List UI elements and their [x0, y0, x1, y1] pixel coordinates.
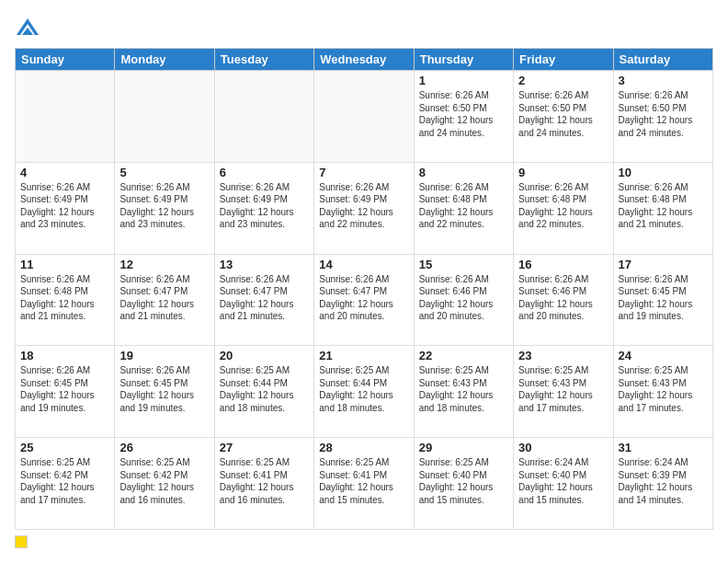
day-number: 15: [419, 258, 508, 271]
day-info: Sunrise: 6:26 AM Sunset: 6:50 PM Dayligh…: [518, 89, 608, 139]
day-info: Sunrise: 6:26 AM Sunset: 6:45 PM Dayligh…: [20, 364, 109, 414]
day-number: 1: [419, 74, 508, 87]
calendar-cell: 22Sunrise: 6:25 AM Sunset: 6:43 PM Dayli…: [414, 346, 513, 438]
calendar-cell: 16Sunrise: 6:26 AM Sunset: 6:46 PM Dayli…: [514, 254, 613, 346]
day-info: Sunrise: 6:26 AM Sunset: 6:48 PM Dayligh…: [518, 181, 608, 231]
day-number: 2: [518, 74, 608, 87]
week-row-4: 18Sunrise: 6:26 AM Sunset: 6:45 PM Dayli…: [16, 346, 713, 438]
day-number: 14: [319, 258, 408, 271]
calendar-cell: [214, 71, 313, 163]
calendar-cell: [314, 71, 414, 163]
day-number: 27: [220, 441, 309, 454]
calendar-cell: 10Sunrise: 6:26 AM Sunset: 6:48 PM Dayli…: [613, 162, 712, 254]
calendar-cell: 26Sunrise: 6:25 AM Sunset: 6:42 PM Dayli…: [115, 438, 214, 530]
day-info: Sunrise: 6:26 AM Sunset: 6:50 PM Dayligh…: [419, 89, 508, 139]
calendar-cell: 17Sunrise: 6:26 AM Sunset: 6:45 PM Dayli…: [613, 254, 712, 346]
calendar-cell: 3Sunrise: 6:26 AM Sunset: 6:50 PM Daylig…: [613, 71, 712, 163]
day-info: Sunrise: 6:26 AM Sunset: 6:46 PM Dayligh…: [518, 273, 608, 323]
day-info: Sunrise: 6:26 AM Sunset: 6:47 PM Dayligh…: [119, 273, 209, 323]
calendar-cell: 19Sunrise: 6:26 AM Sunset: 6:45 PM Dayli…: [115, 346, 214, 438]
day-info: Sunrise: 6:25 AM Sunset: 6:43 PM Dayligh…: [419, 364, 508, 414]
week-row-5: 25Sunrise: 6:25 AM Sunset: 6:42 PM Dayli…: [16, 438, 713, 530]
col-header-tuesday: Tuesday: [214, 49, 313, 71]
calendar-cell: 15Sunrise: 6:26 AM Sunset: 6:46 PM Dayli…: [414, 254, 513, 346]
day-info: Sunrise: 6:25 AM Sunset: 6:43 PM Dayligh…: [518, 364, 608, 414]
logo: [15, 15, 44, 40]
calendar-cell: 8Sunrise: 6:26 AM Sunset: 6:48 PM Daylig…: [414, 162, 513, 254]
day-number: 31: [619, 441, 708, 454]
day-info: Sunrise: 6:26 AM Sunset: 6:49 PM Dayligh…: [20, 181, 109, 231]
day-info: Sunrise: 6:25 AM Sunset: 6:40 PM Dayligh…: [419, 456, 508, 506]
day-number: 21: [319, 349, 408, 362]
calendar-cell: 25Sunrise: 6:25 AM Sunset: 6:42 PM Dayli…: [16, 438, 115, 530]
day-number: 22: [419, 349, 508, 362]
day-number: 13: [220, 258, 309, 271]
calendar-cell: 7Sunrise: 6:26 AM Sunset: 6:49 PM Daylig…: [314, 162, 414, 254]
header-row: SundayMondayTuesdayWednesdayThursdayFrid…: [16, 49, 713, 71]
day-info: Sunrise: 6:26 AM Sunset: 6:45 PM Dayligh…: [619, 273, 708, 323]
calendar-cell: 12Sunrise: 6:26 AM Sunset: 6:47 PM Dayli…: [115, 254, 214, 346]
day-number: 18: [20, 349, 109, 362]
day-info: Sunrise: 6:26 AM Sunset: 6:47 PM Dayligh…: [319, 273, 408, 323]
day-info: Sunrise: 6:26 AM Sunset: 6:47 PM Dayligh…: [220, 273, 309, 323]
calendar-cell: 29Sunrise: 6:25 AM Sunset: 6:40 PM Dayli…: [414, 438, 513, 530]
day-number: 12: [119, 258, 209, 271]
day-number: 9: [518, 166, 608, 179]
day-number: 16: [518, 258, 608, 271]
calendar-cell: 2Sunrise: 6:26 AM Sunset: 6:50 PM Daylig…: [514, 71, 613, 163]
calendar-cell: 18Sunrise: 6:26 AM Sunset: 6:45 PM Dayli…: [16, 346, 115, 438]
day-number: 4: [20, 166, 109, 179]
calendar-cell: 5Sunrise: 6:26 AM Sunset: 6:49 PM Daylig…: [115, 162, 214, 254]
day-info: Sunrise: 6:24 AM Sunset: 6:39 PM Dayligh…: [619, 456, 708, 506]
page: SundayMondayTuesdayWednesdayThursdayFrid…: [0, 0, 728, 563]
day-number: 19: [119, 349, 209, 362]
calendar-cell: 28Sunrise: 6:25 AM Sunset: 6:41 PM Dayli…: [314, 438, 414, 530]
week-row-1: 1Sunrise: 6:26 AM Sunset: 6:50 PM Daylig…: [16, 71, 713, 163]
calendar-cell: 13Sunrise: 6:26 AM Sunset: 6:47 PM Dayli…: [214, 254, 313, 346]
day-number: 29: [419, 441, 508, 454]
day-number: 17: [619, 258, 708, 271]
calendar-cell: 9Sunrise: 6:26 AM Sunset: 6:48 PM Daylig…: [514, 162, 613, 254]
day-info: Sunrise: 6:25 AM Sunset: 6:42 PM Dayligh…: [119, 456, 209, 506]
day-number: 24: [619, 349, 708, 362]
footer: [15, 535, 713, 548]
day-info: Sunrise: 6:26 AM Sunset: 6:48 PM Dayligh…: [619, 181, 708, 231]
col-header-wednesday: Wednesday: [314, 49, 414, 71]
calendar-cell: 11Sunrise: 6:26 AM Sunset: 6:48 PM Dayli…: [16, 254, 115, 346]
day-info: Sunrise: 6:26 AM Sunset: 6:48 PM Dayligh…: [419, 181, 508, 231]
day-number: 3: [619, 74, 708, 87]
day-number: 5: [119, 166, 209, 179]
day-info: Sunrise: 6:26 AM Sunset: 6:49 PM Dayligh…: [119, 181, 209, 231]
calendar-cell: 20Sunrise: 6:25 AM Sunset: 6:44 PM Dayli…: [214, 346, 313, 438]
week-row-2: 4Sunrise: 6:26 AM Sunset: 6:49 PM Daylig…: [16, 162, 713, 254]
day-info: Sunrise: 6:25 AM Sunset: 6:41 PM Dayligh…: [319, 456, 408, 506]
day-number: 11: [20, 258, 109, 271]
day-info: Sunrise: 6:25 AM Sunset: 6:43 PM Dayligh…: [619, 364, 708, 414]
day-number: 26: [119, 441, 209, 454]
calendar-cell: 6Sunrise: 6:26 AM Sunset: 6:49 PM Daylig…: [214, 162, 313, 254]
day-number: 7: [319, 166, 408, 179]
daylight-swatch: [15, 535, 28, 548]
day-info: Sunrise: 6:25 AM Sunset: 6:41 PM Dayligh…: [220, 456, 309, 506]
day-info: Sunrise: 6:25 AM Sunset: 6:44 PM Dayligh…: [220, 364, 309, 414]
logo-icon: [15, 15, 40, 40]
calendar-cell: 1Sunrise: 6:26 AM Sunset: 6:50 PM Daylig…: [414, 71, 513, 163]
calendar-cell: [115, 71, 214, 163]
calendar-cell: 14Sunrise: 6:26 AM Sunset: 6:47 PM Dayli…: [314, 254, 414, 346]
calendar-cell: 4Sunrise: 6:26 AM Sunset: 6:49 PM Daylig…: [16, 162, 115, 254]
header: [15, 15, 713, 40]
day-info: Sunrise: 6:26 AM Sunset: 6:49 PM Dayligh…: [220, 181, 309, 231]
day-number: 20: [220, 349, 309, 362]
calendar-cell: 24Sunrise: 6:25 AM Sunset: 6:43 PM Dayli…: [613, 346, 712, 438]
day-info: Sunrise: 6:26 AM Sunset: 6:46 PM Dayligh…: [419, 273, 508, 323]
calendar-cell: 27Sunrise: 6:25 AM Sunset: 6:41 PM Dayli…: [214, 438, 313, 530]
calendar-cell: 23Sunrise: 6:25 AM Sunset: 6:43 PM Dayli…: [514, 346, 613, 438]
day-number: 10: [619, 166, 708, 179]
day-info: Sunrise: 6:26 AM Sunset: 6:45 PM Dayligh…: [119, 364, 209, 414]
week-row-3: 11Sunrise: 6:26 AM Sunset: 6:48 PM Dayli…: [16, 254, 713, 346]
calendar-cell: [16, 71, 115, 163]
day-number: 30: [518, 441, 608, 454]
day-number: 28: [319, 441, 408, 454]
day-info: Sunrise: 6:25 AM Sunset: 6:44 PM Dayligh…: [319, 364, 408, 414]
day-number: 6: [220, 166, 309, 179]
